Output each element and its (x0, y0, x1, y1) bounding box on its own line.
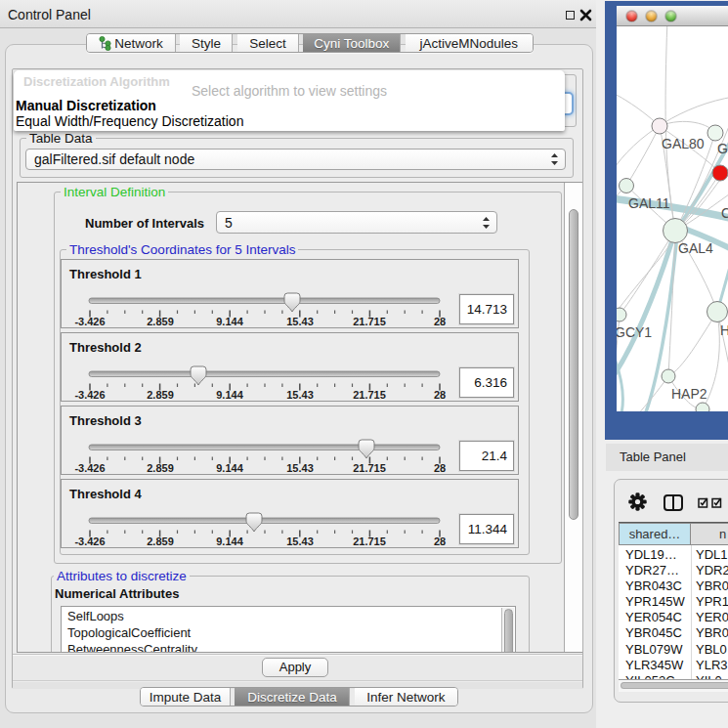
svg-text:GAL11: GAL11 (628, 195, 670, 211)
svg-text:GA: GA (717, 141, 728, 156)
svg-text:C: C (721, 205, 728, 221)
svg-text:H: H (720, 322, 728, 338)
svg-text:HAP2: HAP2 (671, 386, 707, 402)
svg-text:GAL80: GAL80 (662, 136, 705, 151)
svg-text:GCY1: GCY1 (617, 324, 652, 340)
svg-text:GAL4: GAL4 (678, 240, 713, 256)
